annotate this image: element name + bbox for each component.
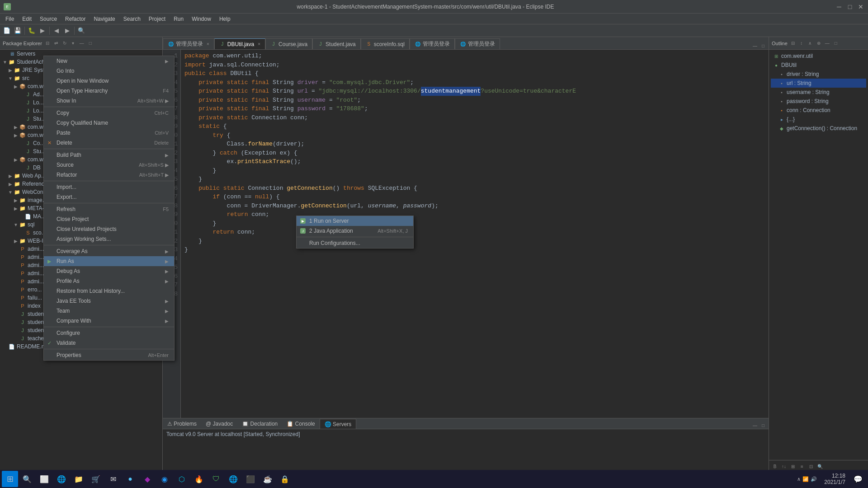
toolbar-search-btn[interactable]: 🔍 (76, 26, 86, 36)
outline-field-driver[interactable]: ▪ driver : String (771, 70, 866, 79)
menu-open-window[interactable]: Open in New Window (44, 76, 174, 86)
taskbar-orange-icon[interactable]: 🔥 (191, 471, 207, 487)
menu-run-as[interactable]: ▶ Run As ▶ (44, 256, 174, 266)
taskbar-browser-icon[interactable]: 🌐 (225, 471, 241, 487)
outline-field-password[interactable]: ▪ password : String (771, 97, 866, 106)
outline-field-conn[interactable]: ▪ conn : Connection (771, 106, 866, 115)
tab-admin1[interactable]: 🌐 管理员登录 × (163, 38, 214, 49)
toolbar-fwd-btn[interactable]: ▶ (62, 26, 72, 36)
minimize-button[interactable]: ─ (835, 3, 843, 10)
menu-show-in[interactable]: Show In Alt+Shift+W ▶ (44, 96, 174, 106)
panel-link-icon[interactable]: ⇄ (52, 40, 60, 47)
menu-source[interactable]: Source Alt+Shift+S ▶ (44, 160, 174, 170)
code-text[interactable]: package com.wenr.util; import java.sql.C… (181, 50, 769, 418)
taskbar-blue-icon[interactable]: ● (122, 471, 138, 487)
menu-navigate[interactable]: Navigate (90, 15, 118, 23)
taskbar-terminal-icon[interactable]: ⬛ (242, 471, 259, 487)
taskbar-explorer-icon[interactable]: 📁 (71, 471, 87, 487)
outline-field-username[interactable]: ▪ username : String (771, 88, 866, 97)
taskbar-edge-icon[interactable]: 🌐 (53, 471, 70, 487)
outline-tool-4[interactable]: ≡ (798, 462, 806, 470)
tab-student[interactable]: J Student.java (312, 38, 361, 49)
taskbar-search-icon[interactable]: 🔍 (19, 471, 35, 487)
maximize-button[interactable]: □ (846, 3, 854, 10)
menu-search[interactable]: Search (120, 15, 144, 23)
menu-profile-as[interactable]: Profile As ▶ (44, 276, 174, 286)
outline-tool-1[interactable]: B (771, 462, 779, 470)
panel-menu-icon[interactable]: ▾ (70, 40, 77, 47)
panel-max-icon[interactable]: □ (87, 40, 94, 47)
menu-file[interactable]: File (2, 15, 18, 23)
menu-copy-qualified[interactable]: Copy Qualified Name (44, 118, 174, 128)
menu-assign-working[interactable]: Assign Working Sets... (44, 234, 174, 244)
outline-max-icon[interactable]: □ (832, 40, 840, 47)
menu-debug-as[interactable]: Debug As ▶ (44, 266, 174, 276)
tab-dbutil-close[interactable]: × (258, 42, 260, 47)
taskbar-arrow-icon[interactable]: ∧ (797, 476, 801, 482)
menu-refresh[interactable]: Refresh F5 (44, 204, 174, 214)
tab-problems[interactable]: ⚠ Problems (163, 419, 201, 429)
taskbar-sound-icon[interactable]: 🔊 (811, 476, 817, 482)
menu-export[interactable]: Export... (44, 192, 174, 202)
toolbar-run-btn[interactable]: ▶ (38, 26, 47, 36)
tab-declaration[interactable]: 🔲 Declaration (237, 419, 282, 429)
panel-sync-icon[interactable]: ↻ (61, 40, 68, 47)
tab-dbutil[interactable]: J DBUtil.java × (214, 38, 265, 49)
menu-compare-with[interactable]: Compare With ▶ (44, 316, 174, 326)
menu-edit[interactable]: Edit (19, 15, 35, 23)
taskbar-notification-icon[interactable]: 💬 (850, 471, 866, 487)
taskbar-blue2-icon[interactable]: ◉ (156, 471, 173, 487)
menu-java-ee-tools[interactable]: Java EE Tools ▶ (44, 296, 174, 306)
taskbar-taskview-icon[interactable]: ⬜ (36, 471, 52, 487)
taskbar-mail-icon[interactable]: ✉ (105, 471, 121, 487)
panel-collapse-icon[interactable]: ⊟ (44, 40, 51, 47)
taskbar-wifi-icon[interactable]: 📶 (802, 476, 809, 482)
menu-build-path[interactable]: Build Path ▶ (44, 150, 174, 160)
bottom-min-icon[interactable]: — (751, 422, 759, 429)
menu-copy[interactable]: Copy Ctrl+C (44, 108, 174, 118)
outline-class[interactable]: ● DBUtil (771, 61, 866, 70)
menu-source[interactable]: Source (36, 15, 61, 23)
menu-go-into[interactable]: Go Into (44, 66, 174, 76)
menu-refactor[interactable]: Refactor (61, 15, 89, 23)
menu-validate[interactable]: ✓ Validate (44, 338, 174, 348)
tab-admin3[interactable]: 🌐 管理员登录 (455, 38, 500, 49)
taskbar-cyan-icon[interactable]: ⬡ (174, 471, 190, 487)
outline-method-getconn[interactable]: ◆ getConnection() : Connection (771, 124, 866, 133)
taskbar-purple-icon[interactable]: ◆ (139, 471, 156, 487)
menu-help[interactable]: Help (216, 15, 234, 23)
tab-console[interactable]: 📋 Console (282, 419, 319, 429)
tab-servers[interactable]: 🌐 Servers (320, 419, 357, 429)
tab-admin1-close[interactable]: × (207, 42, 209, 47)
submenu-java-app[interactable]: J 2 Java Application Alt+Shift+X, J (297, 226, 413, 236)
outline-btn-2[interactable]: ↕ (798, 40, 805, 47)
close-button[interactable]: ✕ (857, 3, 864, 10)
outline-min-icon[interactable]: — (824, 40, 831, 47)
editor-max-icon[interactable]: □ (760, 42, 767, 49)
outline-block[interactable]: ▸ {...} (771, 115, 866, 124)
toolbar-new-btn[interactable]: 📄 (2, 26, 12, 36)
menu-close-project[interactable]: Close Project (44, 214, 174, 224)
toolbar-save-btn[interactable]: 💾 (13, 26, 23, 36)
outline-tool-5[interactable]: ⊡ (807, 462, 815, 470)
outline-btn-1[interactable]: ⊟ (789, 40, 797, 47)
outline-btn-4[interactable]: ⊕ (815, 40, 822, 47)
menu-open-type[interactable]: Open Type Hierarchy F4 (44, 86, 174, 96)
menu-close-unrelated[interactable]: Close Unrelated Projects (44, 224, 174, 234)
toolbar-back-btn[interactable]: ◀ (52, 26, 61, 36)
bottom-max-icon[interactable]: □ (760, 422, 767, 429)
tab-course[interactable]: J Course.java (265, 38, 312, 49)
menu-new[interactable]: New ▶ (44, 56, 174, 66)
menu-properties[interactable]: Properties Alt+Enter (44, 350, 174, 360)
menu-coverage-as[interactable]: Coverage As ▶ (44, 246, 174, 256)
outline-tool-2[interactable]: ↑↓ (780, 462, 788, 470)
menu-refactor[interactable]: Refactor Alt+Shift+T ▶ (44, 170, 174, 180)
taskbar-shield-icon[interactable]: 🛡 (208, 471, 224, 487)
outline-package[interactable]: ⊞ com.wenr.util (771, 52, 866, 61)
taskbar-java-icon[interactable]: ☕ (259, 471, 276, 487)
editor-min-icon[interactable]: — (751, 42, 759, 49)
menu-delete[interactable]: ✕ Delete Delete (44, 138, 174, 148)
outline-field-url[interactable]: ▪ url : String (771, 79, 866, 88)
tab-admin2[interactable]: 🌐 管理员登录 (410, 38, 455, 49)
submenu-run-configs[interactable]: Run Configurations... (297, 238, 413, 248)
